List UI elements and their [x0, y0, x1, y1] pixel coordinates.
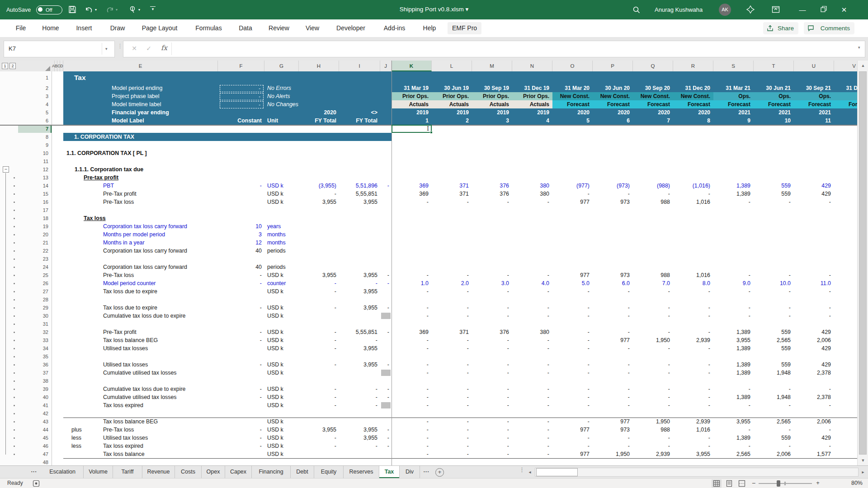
cell-K14[interactable]: 369 — [392, 182, 432, 190]
cell-P44[interactable]: 973 — [593, 426, 633, 434]
cell-I40[interactable]: - — [339, 393, 380, 401]
row-label-r30[interactable]: Cumulative tax loss due to expire — [103, 312, 218, 320]
hdr-period-r4-c0[interactable]: Actuals — [392, 100, 432, 108]
cell-K37[interactable]: - — [392, 369, 432, 377]
cell-Q47[interactable]: 2,939 — [633, 450, 673, 458]
cell-J40[interactable]: - — [380, 393, 392, 401]
cell-L34[interactable]: - — [432, 344, 472, 352]
hdr-period-r5-c5[interactable]: 2020 — [593, 108, 633, 117]
row-operator-label[interactable]: less — [71, 434, 99, 442]
cell-I29[interactable]: 3,955 — [339, 304, 380, 312]
cell-H14[interactable]: (3,955) — [299, 182, 339, 190]
hdr-period-r4-c9[interactable]: Forecast — [754, 100, 794, 108]
cell-S37[interactable]: 1,389 — [713, 369, 754, 377]
row-label-r34[interactable]: Utilised tax losses — [103, 344, 218, 352]
cell-Q30[interactable]: - — [633, 312, 673, 320]
cell-I34[interactable]: 3,955 — [339, 344, 380, 352]
cell-R46[interactable]: - — [673, 442, 713, 450]
cell-U29[interactable]: - — [794, 304, 834, 312]
cell-Q14[interactable]: (988) — [633, 182, 673, 190]
cell-N14[interactable]: 380 — [512, 182, 552, 190]
hdr-period-r4-c4[interactable]: Forecast — [552, 100, 593, 108]
flag-note-r4[interactable]: No Changes — [267, 100, 335, 108]
insert-function-icon[interactable]: fx — [159, 41, 170, 56]
cell-Q25[interactable]: 988 — [633, 271, 673, 279]
cell-R43[interactable]: 2,939 — [673, 418, 713, 426]
cell-M14[interactable]: 376 — [472, 182, 512, 190]
cell-L32[interactable]: 371 — [432, 328, 472, 336]
cell-Q16[interactable]: 988 — [633, 198, 673, 206]
hdr-period-r6-c6[interactable]: 7 — [633, 117, 673, 125]
row-header-22[interactable]: 22 — [18, 247, 48, 255]
cell-N15[interactable]: 380 — [512, 190, 552, 198]
cell-M44[interactable]: - — [472, 426, 512, 434]
column-header-J[interactable]: J — [380, 61, 392, 71]
save-icon[interactable] — [68, 5, 77, 14]
cell-N34[interactable]: - — [512, 344, 552, 352]
cell-P43[interactable]: 977 — [593, 418, 633, 426]
cell-O39[interactable]: - — [552, 385, 593, 393]
cell-U45[interactable]: 429 — [794, 434, 834, 442]
undo-icon[interactable] — [84, 5, 94, 14]
cell-G39[interactable]: USD k — [267, 385, 299, 393]
macro-record-button[interactable] — [33, 480, 40, 487]
view-normal-button[interactable] — [712, 479, 722, 488]
cell-M34[interactable]: - — [472, 344, 512, 352]
cell-L30[interactable]: - — [432, 312, 472, 320]
cell-P39[interactable]: - — [593, 385, 633, 393]
row-header-33[interactable]: 33 — [18, 336, 48, 344]
sheet-tab-costs[interactable]: Costs — [175, 466, 202, 478]
cell-G14[interactable]: USD k — [267, 182, 299, 190]
row-label-r21[interactable]: Months in a year — [103, 239, 218, 247]
column-header-S[interactable]: S — [713, 61, 754, 71]
flag-input-box-r4[interactable]: - — [220, 101, 264, 108]
cell-R44[interactable]: 1,016 — [673, 426, 713, 434]
row-header-11[interactable]: 11 — [18, 157, 48, 165]
quick-access-customize-icon[interactable]: ▾ — [150, 6, 156, 13]
cell-H29[interactable]: - — [299, 304, 339, 312]
sheet-tab-reserves[interactable]: Reserves — [344, 466, 379, 478]
column-header-K[interactable]: K — [392, 61, 432, 71]
hdr-period-r6-c9[interactable]: 10 — [754, 117, 794, 125]
cell-K29[interactable]: - — [392, 304, 432, 312]
cell-F44[interactable]: - — [218, 426, 264, 434]
ribbon-tab-view[interactable]: View — [301, 22, 324, 34]
cell-O46[interactable]: - — [552, 442, 593, 450]
cell-I39[interactable]: - — [339, 385, 380, 393]
cell-H16[interactable]: 3,955 — [299, 198, 339, 206]
cell-G29[interactable]: USD k — [267, 304, 299, 312]
sheet-tab-financing[interactable]: Financing — [252, 466, 291, 478]
cell-K32[interactable]: 369 — [392, 328, 432, 336]
hdr-period-r4-c10[interactable]: Forecast — [794, 100, 834, 108]
cell-O33[interactable]: - — [552, 336, 593, 344]
column-header-F[interactable]: F — [218, 61, 264, 71]
cell-K34[interactable]: - — [392, 344, 432, 352]
row-header-25[interactable]: 25 — [18, 271, 48, 279]
cell-S44[interactable]: - — [713, 426, 754, 434]
hdr-period-r4-c1[interactable]: Actuals — [432, 100, 472, 108]
cell-L16[interactable]: - — [432, 198, 472, 206]
cell-U37[interactable]: 2,378 — [794, 369, 834, 377]
formula-bar-resize-handle[interactable]: ⋮ — [117, 43, 120, 53]
hdr-period-r6-c8[interactable]: 9 — [713, 117, 754, 125]
hdr-period-r3-c6[interactable]: New Const. — [633, 92, 673, 100]
column-header-E[interactable]: E — [63, 61, 218, 71]
cell-M27[interactable]: - — [472, 287, 512, 296]
cell-J32[interactable]: - — [380, 328, 392, 336]
close-button[interactable]: ✕ — [834, 0, 854, 19]
cell-U14[interactable]: 429 — [794, 182, 834, 190]
cell-T30[interactable]: - — [754, 312, 794, 320]
ribbon-tab-data[interactable]: Data — [234, 22, 257, 34]
row-label-r22[interactable]: Corporation tax loss carry forward — [103, 247, 218, 255]
cell-L36[interactable]: - — [432, 361, 472, 369]
cell-O26[interactable]: 5.0 — [552, 279, 593, 287]
cell-O47[interactable]: 977 — [552, 450, 593, 458]
cell-K16[interactable]: - — [392, 198, 432, 206]
cell-N45[interactable]: - — [512, 434, 552, 442]
cell-K41[interactable]: - — [392, 401, 432, 409]
cell-N43[interactable]: - — [512, 418, 552, 426]
row-header-3[interactable]: 3 — [18, 92, 48, 100]
cell-F36[interactable]: - — [218, 361, 264, 369]
cell-U39[interactable]: - — [794, 385, 834, 393]
cell-L39[interactable]: - — [432, 385, 472, 393]
